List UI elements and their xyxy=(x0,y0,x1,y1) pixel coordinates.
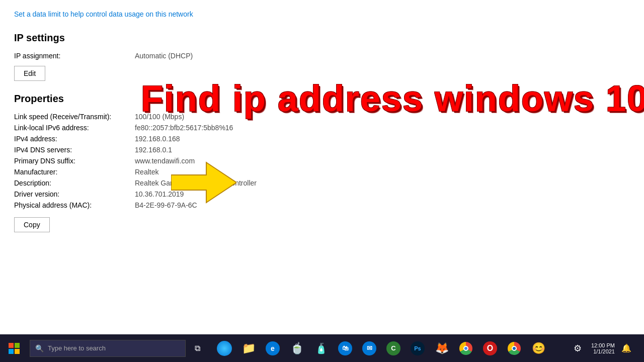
search-icon: 🔍 xyxy=(35,344,44,352)
firefox-button[interactable]: 🦊 xyxy=(430,334,453,362)
prop-label-4: Primary DNS suffix: xyxy=(14,157,135,165)
emoji-icon: 😊 xyxy=(532,342,545,355)
mail-icon: ✉ xyxy=(362,341,376,355)
taskbar-search[interactable]: 🔍 Type here to search xyxy=(30,340,186,357)
main-content: Set a data limit to help control data us… xyxy=(0,0,644,334)
prop-label-8: Physical address (MAC): xyxy=(14,201,135,209)
prop-label-1: Link-local IPv6 address: xyxy=(14,124,135,132)
pot-app-button[interactable]: 🍵 xyxy=(285,334,308,362)
ip-assignment-value: Automatic (DHCP) xyxy=(135,52,193,60)
prop-value-8: B4-2E-99-67-9A-6C xyxy=(135,201,197,209)
date-display: 1/1/2021 xyxy=(591,348,615,354)
folder-icon: 📁 xyxy=(242,342,256,355)
task-view-icon: ⧉ xyxy=(195,344,200,353)
prop-value-3: 192.168.0.1 xyxy=(135,146,172,154)
taskbar: 🔍 Type here to search ⧉ 📁 e 🍵 🧴 🛍 xyxy=(0,334,644,362)
prop-value-6: Realtek Gaming GbE Family Controller xyxy=(135,179,257,187)
data-limit-link[interactable]: Set a data limit to help control data us… xyxy=(14,10,630,18)
photoshop-button[interactable]: Ps xyxy=(406,334,429,362)
cortana-icon xyxy=(217,341,232,356)
task-view-button[interactable]: ⧉ xyxy=(186,334,209,362)
ip-assignment-label: IP assignment: xyxy=(14,52,135,60)
opera-button[interactable]: O xyxy=(478,334,502,362)
settings-tray-button[interactable]: ⚙ xyxy=(566,334,589,362)
ip-settings-title: IP settings xyxy=(14,32,630,44)
green-app-button[interactable]: C xyxy=(382,334,405,362)
prop-value-0: 100/100 (Mbps) xyxy=(135,113,184,121)
property-row-4: Primary DNS suffix:www.tendawifi.com xyxy=(14,157,630,165)
prop-label-5: Manufacturer: xyxy=(14,168,135,176)
system-tray: ⚙ 12:00 PM 1/1/2021 🔔 xyxy=(566,334,644,362)
edge-icon: e xyxy=(266,341,280,355)
edge-button[interactable]: e xyxy=(261,334,284,362)
prop-label-6: Description: xyxy=(14,179,135,187)
properties-fields: Link speed (Receive/Transmit):100/100 (M… xyxy=(14,113,630,209)
prop-label-7: Driver version: xyxy=(14,190,135,198)
chrome-button[interactable] xyxy=(454,334,477,362)
store-icon: 🛍 xyxy=(338,341,352,355)
properties-title: Properties xyxy=(14,93,630,105)
store-button[interactable]: 🛍 xyxy=(334,334,357,362)
firefox-icon: 🦊 xyxy=(435,342,449,355)
svg-rect-1 xyxy=(9,343,14,348)
svg-rect-3 xyxy=(9,349,14,354)
green-app-icon: C xyxy=(386,341,400,355)
ip-assignment-row: IP assignment: Automatic (DHCP) xyxy=(14,52,630,60)
mail-button[interactable]: ✉ xyxy=(358,334,381,362)
copy-button[interactable]: Copy xyxy=(14,217,50,232)
clock: 12:00 PM 1/1/2021 xyxy=(591,342,615,354)
emoji-app-button[interactable]: 😊 xyxy=(527,334,550,362)
notification-button[interactable]: 🔔 xyxy=(615,334,638,362)
opera-icon: O xyxy=(483,341,497,355)
chrome-icon xyxy=(459,342,472,355)
svg-rect-2 xyxy=(15,343,20,348)
property-row-6: Description:Realtek Gaming GbE Family Co… xyxy=(14,179,630,187)
prop-label-2: IPv4 address: xyxy=(14,135,135,143)
search-placeholder-text: Type here to search xyxy=(48,344,106,352)
prop-value-4: www.tendawifi.com xyxy=(135,157,195,165)
property-row-5: Manufacturer:Realtek xyxy=(14,168,630,176)
property-row-3: IPv4 DNS servers:192.168.0.1 xyxy=(14,146,630,154)
property-row-1: Link-local IPv6 address:fe80::2057:bfb2:… xyxy=(14,124,630,132)
taskbar-app-icons: 📁 e 🍵 🧴 🛍 ✉ C Ps 🦊 xyxy=(213,334,550,362)
prop-label-0: Link speed (Receive/Transmit): xyxy=(14,113,135,121)
pot-icon: 🍵 xyxy=(290,342,304,355)
property-row-8: Physical address (MAC):B4-2E-99-67-9A-6C xyxy=(14,201,630,209)
prop-label-3: IPv4 DNS servers: xyxy=(14,146,135,154)
edit-button[interactable]: Edit xyxy=(14,66,45,81)
photoshop-icon: Ps xyxy=(411,341,425,355)
chromium-ext-icon xyxy=(508,342,521,355)
prop-value-1: fe80::2057:bfb2:5617:5bb8%16 xyxy=(135,124,233,132)
start-button[interactable] xyxy=(0,334,28,362)
property-row-0: Link speed (Receive/Transmit):100/100 (M… xyxy=(14,113,630,121)
time-display: 12:00 PM xyxy=(591,342,615,348)
prop-value-2: 192.168.0.168 xyxy=(135,135,180,143)
bottles-button[interactable]: 🧴 xyxy=(309,334,333,362)
prop-value-7: 10.36.701.2019 xyxy=(135,190,184,198)
svg-rect-4 xyxy=(15,349,20,354)
property-row-7: Driver version:10.36.701.2019 xyxy=(14,190,630,198)
properties-section: Properties Link speed (Receive/Transmit)… xyxy=(14,93,630,232)
prop-value-5: Realtek xyxy=(135,168,158,176)
property-row-2: IPv4 address:192.168.0.168 xyxy=(14,135,630,143)
chromium-ext-button[interactable] xyxy=(503,334,526,362)
file-explorer-button[interactable]: 📁 xyxy=(237,334,260,362)
bottles-icon: 🧴 xyxy=(315,342,328,354)
ip-settings-section: IP settings IP assignment: Automatic (DH… xyxy=(14,32,630,81)
cortana-button[interactable] xyxy=(213,334,236,362)
